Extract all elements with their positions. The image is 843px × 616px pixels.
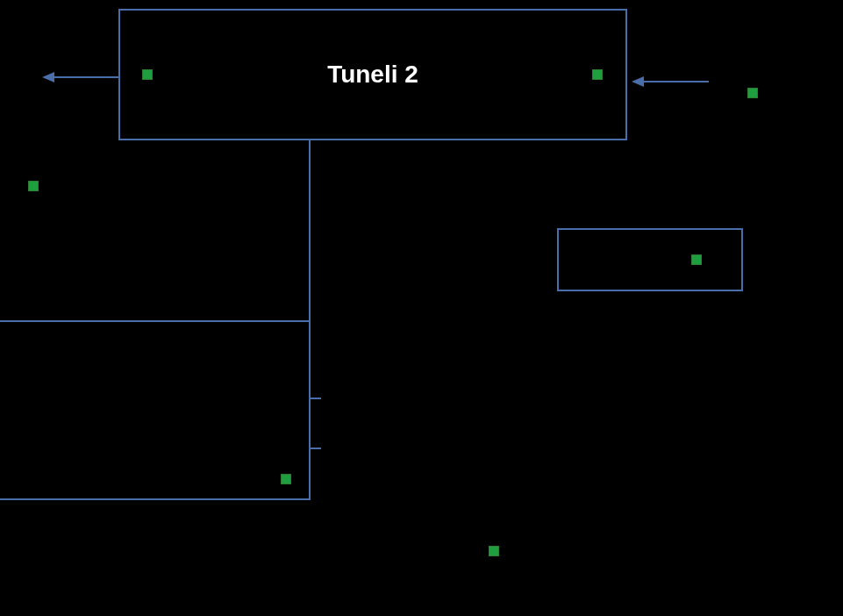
marker-bottom-center (489, 546, 499, 556)
marker-left-standalone (28, 181, 39, 191)
svg-marker-3 (632, 76, 644, 87)
bottom-left-box (0, 320, 311, 500)
marker-small-box (691, 254, 702, 265)
tunnel-main-label: Tuneli 2 (120, 61, 625, 89)
small-right-box (557, 228, 743, 291)
tick-lower (311, 448, 321, 449)
arrow-right (632, 73, 711, 90)
marker-bottom-box (281, 474, 291, 484)
arrow-left (42, 68, 121, 86)
vertical-connector (309, 140, 311, 320)
tick-upper (311, 398, 321, 399)
marker-far-right (747, 88, 758, 98)
svg-marker-1 (42, 72, 54, 82)
tunnel-main-box: Tuneli 2 (118, 9, 627, 140)
marker-main-left (142, 69, 153, 80)
marker-main-right (592, 69, 603, 80)
